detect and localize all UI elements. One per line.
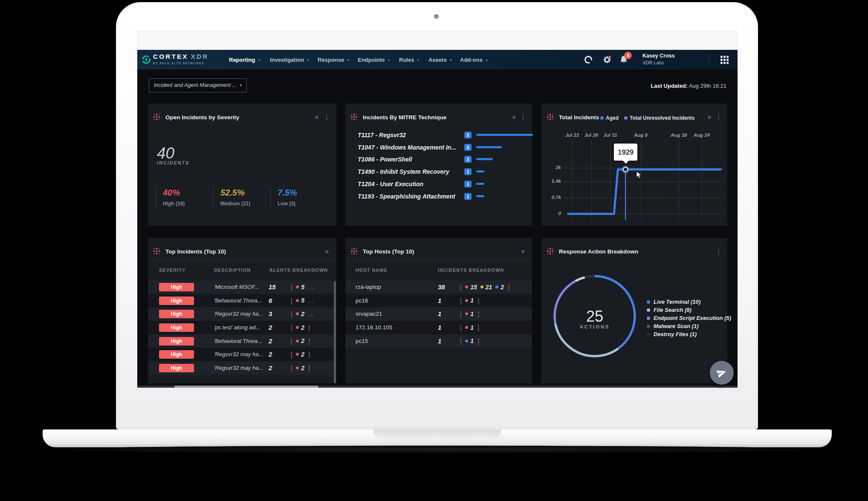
star-icon[interactable]: ★ [314,114,319,121]
nav-item-reporting[interactable]: Reporting▼ [229,50,260,69]
table-row[interactable]: pc151[1] [345,334,532,348]
table-row[interactable]: 172.16.10.1051[1] [345,321,532,334]
bracket: [ [291,310,292,317]
notification-badge[interactable]: 4 [624,52,632,59]
severity-label: Medium (21) [220,201,250,207]
nav-item-investigation[interactable]: Investigation▼ [270,50,310,69]
severity-dot [296,326,299,329]
widget-grid-icon [153,114,160,120]
chevron-down-icon: ▼ [388,59,391,62]
widget-grid-icon [351,114,357,120]
mitre-bar [476,158,493,160]
incident-description: 'Behavioral Threa... [214,338,262,344]
severity-pct: 7.5% [278,188,297,198]
divider [148,260,336,261]
breakdown-value: 1 [470,311,474,317]
alerts-breakdown: [2] [291,337,310,345]
nav-item-response[interactable]: Response▼ [318,50,350,69]
chevron-down-icon: ▼ [307,59,310,62]
alert-count: 2 [269,351,272,358]
ellipsis: ... [307,284,314,291]
severity-badge: High [159,350,194,359]
mitre-row[interactable]: T1086 - PowerShell2 [345,154,532,165]
breakdown-value: 2 [301,365,304,371]
bracket: [ [291,337,292,345]
table-row[interactable]: srvapac211[1] [345,307,532,321]
kebab-menu-icon[interactable]: ⋮ [324,113,330,121]
nav-item-label: Response [318,57,344,63]
nav-item-endpoints[interactable]: Endpoints▼ [358,50,390,69]
apps-grid-icon[interactable] [716,50,732,69]
breakdown-value: 5 [301,297,304,304]
brand-suffix: XDR [191,53,209,60]
table-row[interactable]: pc161[1] [345,294,532,308]
column-header-description: DESCRIPTION [214,268,251,273]
table-row[interactable]: High'Behavioral Threa...2[2] [148,334,336,348]
bracket: [ [291,351,292,358]
table-row[interactable]: High'Microsoft MSOF...15[5... [148,280,336,294]
legend-dot [647,317,650,320]
horizontal-scrollbar-track[interactable] [137,386,738,388]
query-icon[interactable] [582,50,594,69]
donut-legend-item: Destroy Files (1) [647,330,697,338]
incidents-breakdown: [1] [460,324,479,331]
widget-open-incidents-by-severity: Open Incidents by Severity ★ ⋮ 40 INCIDE… [148,104,336,226]
star-icon[interactable]: ★ [520,248,526,255]
nav-item-assets[interactable]: Assets▼ [428,50,452,69]
severity-dot [465,299,468,302]
incident-count: 1 [438,310,441,317]
widget-title: Top Hosts (Top 10) [363,248,414,255]
kebab-menu-icon[interactable]: ⋮ [520,113,527,121]
legend-label: Endpoint Script Execution (5) [654,315,731,321]
severity-dot [480,285,483,288]
host-name: pc15 [356,338,368,344]
last-updated: Last Updated: Aug 29th 16:21 [651,83,726,89]
severity-badge: High [159,364,194,372]
gear-icon[interactable] [601,50,613,69]
severity-badge: High [159,310,194,318]
chevron-down-icon: ▼ [347,59,350,62]
nav-item-addons[interactable]: Add-ons▼ [460,50,488,69]
mitre-bar [476,134,533,136]
legend-label: Malware Scan (1) [654,323,699,329]
table-row[interactable]: rza-laptop38[15212] [345,280,532,294]
mitre-row[interactable]: T1193 - Spearphishing Attachment1 [345,191,532,202]
mitre-row[interactable]: T1117 - Regsvr325 [345,130,532,141]
breakdown-value: 5 [301,284,304,291]
mitre-row[interactable]: T1047 - Windows Management In...3 [345,142,532,153]
chevron-down-icon: ▼ [449,59,452,62]
brand-name: CORTEX [153,53,188,60]
table-row[interactable]: High'ps test' along wit...2[2] [148,321,336,334]
top-incidents-table: High'Microsoft MSOF...15[5...High'Behavi… [148,280,336,375]
user-block[interactable]: Kasey Cross XDR Labs [642,53,675,65]
table-row[interactable]: High'Regsvr32 may ha...3[2... [148,307,336,321]
table-row[interactable]: High'Regsvr32 may ha...2[2] [148,348,336,361]
star-icon[interactable]: ★ [324,248,330,255]
severity-badge: High [159,297,194,305]
severity-badge: High [159,283,194,291]
severity-dot [296,353,299,356]
mitre-row[interactable]: T1204 - User Execution1 [345,179,532,190]
mitre-row[interactable]: T1490 - Inhibit System Recovery1 [345,167,532,178]
nav-item-label: Add-ons [460,57,483,63]
alert-count: 2 [269,364,272,371]
feedback-fab-button[interactable] [710,361,734,385]
legend-label: Destroy Files (1) [654,331,697,337]
breakdown-value: 2 [301,324,304,331]
dashboard-selector[interactable]: Incident and Agent Management ... ▼ [149,78,247,92]
column-header-host-name: HOST NAME [356,268,388,273]
widget-title: Top Incidents (Top 10) [165,248,226,255]
nav-item-label: Investigation [270,57,304,63]
star-icon[interactable]: ★ [511,114,517,121]
vertical-scrollbar-thumb[interactable] [334,281,336,383]
mitre-technique-label: T1490 - Inhibit System Recovery [358,168,449,175]
horizontal-scrollbar-thumb[interactable] [174,386,318,388]
kebab-menu-icon[interactable]: ⋮ [715,248,722,255]
bracket: ] [308,351,310,358]
table-row[interactable]: High'Regsvr32 may ha...2[2] [148,361,336,375]
nav-item-rules[interactable]: Rules▼ [399,50,420,69]
table-row[interactable]: High'Behavioral Threa...6[5... [148,294,336,308]
column-header-incidents-breakdown: INCIDENTS BREAKDOWN [438,268,504,273]
severity-stat: 7.5%Low (3) [270,188,297,210]
alert-count: 15 [269,283,276,291]
